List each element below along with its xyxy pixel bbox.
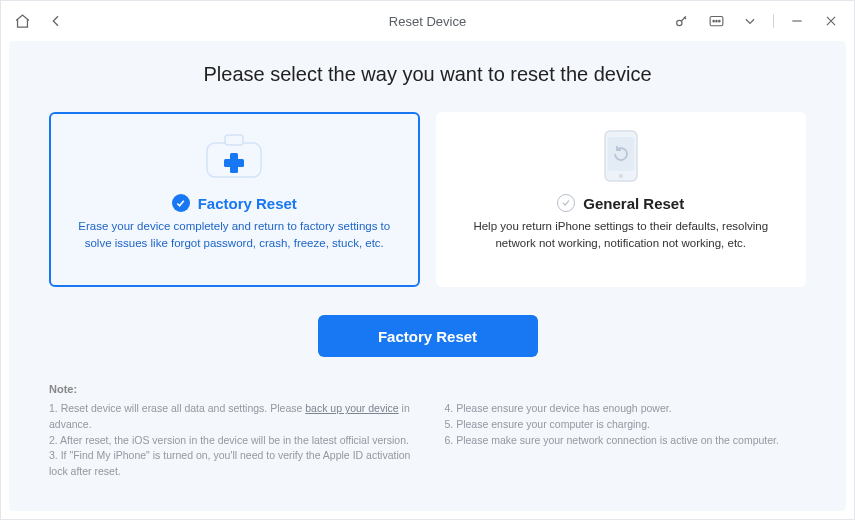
briefcase-medical-icon [201,126,267,186]
key-icon[interactable] [671,10,693,32]
option-cards: Factory Reset Erase your device complete… [49,112,806,287]
content-area: Please select the way you want to reset … [9,41,846,511]
home-icon[interactable] [11,10,33,32]
titlebar: Reset Device [1,1,854,41]
card-factory-reset[interactable]: Factory Reset Erase your device complete… [49,112,420,287]
note-line-3: 3. If "Find My iPhone" is turned on, you… [49,448,411,480]
svg-point-4 [718,20,719,21]
svg-rect-8 [224,159,244,167]
note-line-1: 1. Reset device will erase all data and … [49,401,411,433]
svg-rect-6 [225,135,243,145]
factory-reset-button[interactable]: Factory Reset [318,315,538,357]
page-headline: Please select the way you want to reset … [49,63,806,86]
back-icon[interactable] [45,10,67,32]
note-line-6: 6. Please make sure your network connect… [445,433,807,449]
svg-point-3 [715,20,716,21]
minimize-icon[interactable] [786,10,808,32]
note-line-4: 4. Please ensure your device has enough … [445,401,807,417]
check-icon [557,194,575,212]
svg-point-11 [619,174,623,178]
phone-refresh-icon [599,126,643,186]
note-line-5: 5. Please ensure your computer is chargi… [445,417,807,433]
card-description: Erase your device completely and return … [69,218,400,253]
card-description: Help you return iPhone settings to their… [456,218,787,253]
chevron-down-icon[interactable] [739,10,761,32]
note-line-2: 2. After reset, the iOS version in the d… [49,433,411,449]
close-icon[interactable] [820,10,842,32]
svg-point-2 [712,20,713,21]
check-icon [172,194,190,212]
note-heading: Note: [49,383,806,395]
card-general-reset[interactable]: General Reset Help you return iPhone set… [436,112,807,287]
feedback-icon[interactable] [705,10,727,32]
card-title: Factory Reset [198,195,297,212]
note-section: Note: 1. Reset device will erase all dat… [49,383,806,480]
svg-point-0 [677,20,682,25]
backup-link[interactable]: back up your device [305,402,398,414]
titlebar-divider [773,14,774,28]
svg-rect-10 [608,137,634,171]
card-title: General Reset [583,195,684,212]
